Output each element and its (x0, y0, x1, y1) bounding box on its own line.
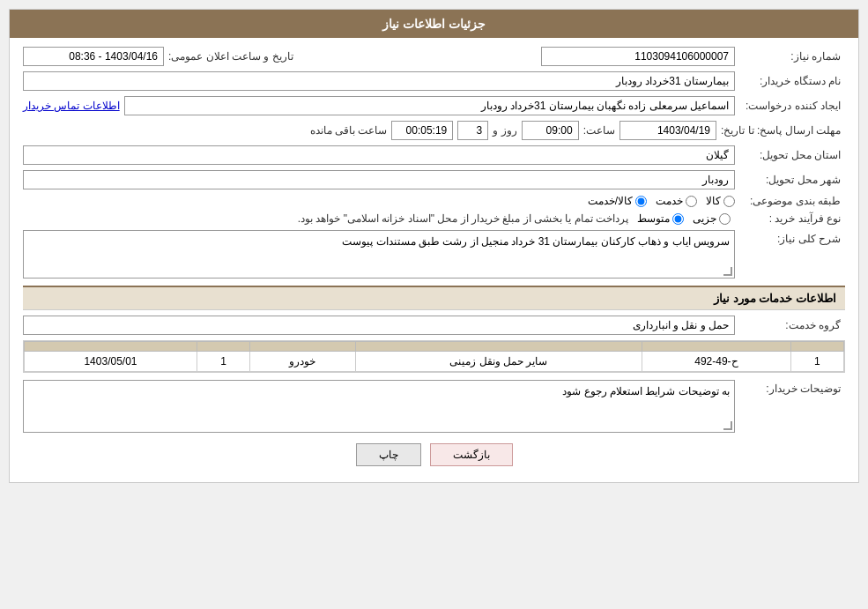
category-kala-item: کالا (706, 195, 735, 207)
purchase-type-label: نوع فرآیند خرید : (739, 212, 845, 225)
buyer-notes-label: توضیحات خریدار: (739, 382, 845, 395)
category-khedmat-label: خدمت (656, 195, 683, 207)
category-radio-group: کالا خدمت کالا/خدمت (588, 195, 735, 207)
table-cell: سایر حمل ونقل زمینی (355, 352, 642, 372)
general-desc-label: شرح کلی نیاز: (739, 233, 845, 245)
back-button[interactable]: بازگشت (430, 443, 513, 466)
action-buttons: بازگشت چاپ (23, 443, 845, 466)
announcement-label: تاریخ و ساعت اعلان عمومی: (168, 50, 298, 63)
col-header-unit (250, 342, 355, 352)
announcement-value: 1403/04/16 - 08:36 (23, 47, 164, 66)
category-label: طبقه بندی موضوعی: (739, 195, 845, 207)
table-cell: 1 (197, 352, 249, 372)
buyer-notes-value: به توضیحات شرایط استعلام رجوع شود (23, 380, 735, 433)
col-header-name (355, 342, 642, 352)
days-label: روز و (493, 124, 516, 137)
purchase-motavaset-label: متوسط (637, 212, 670, 225)
creator-label: ایجاد کننده درخواست: (739, 100, 845, 112)
buyer-station-label: نام دستگاه خریدار: (739, 75, 845, 87)
time-value: 09:00 (522, 121, 579, 140)
purchase-type-group: جزیی متوسط (637, 212, 731, 225)
purchase-jazzi-radio[interactable] (719, 213, 731, 225)
time-label: ساعت: (583, 124, 615, 137)
page-header: جزئیات اطلاعات نیاز (10, 10, 858, 38)
col-header-row (790, 342, 843, 352)
col-header-quantity (197, 342, 249, 352)
table-row: 1ح-49-492سایر حمل ونقل زمینیخودرو11403/0… (25, 352, 844, 372)
need-number-value: 1103094106000007 (541, 47, 735, 66)
remaining-value: 00:05:19 (391, 121, 453, 140)
category-kala-khedmat-label: کالا/خدمت (588, 195, 633, 207)
service-group-value: حمل و نقل و انبارداری (23, 316, 735, 335)
city-value: رودبار (23, 170, 735, 189)
date-value: 1403/04/19 (619, 121, 716, 140)
services-table: 1ح-49-492سایر حمل ونقل زمینیخودرو11403/0… (24, 341, 844, 372)
creator-value: اسماعیل سرمعلی زاده نگهبان بیمارستان 31خ… (124, 96, 735, 115)
need-number-label: شماره نیاز: (739, 50, 845, 63)
buyer-station-value: بیمارستان 31خرداد رودبار (23, 71, 735, 91)
table-cell: خودرو (250, 352, 355, 372)
services-section-header: اطلاعات خدمات مورد نیاز (23, 286, 845, 310)
purchase-jazzi-label: جزیی (693, 212, 716, 225)
purchase-jazzi-item: جزیی (693, 212, 731, 225)
contact-link[interactable]: اطلاعات تماس خریدار (23, 100, 120, 112)
category-khedmat-radio[interactable] (686, 196, 697, 207)
table-cell: ح-49-492 (642, 352, 791, 372)
col-header-date (25, 342, 197, 352)
table-cell: 1403/05/01 (25, 352, 197, 372)
col-header-code (642, 342, 791, 352)
send-deadline-label: مهلت ارسال پاسخ: تا تاریخ: (721, 124, 845, 137)
category-khedmat-item: خدمت (656, 195, 697, 207)
category-kala-khedmat-item: کالا/خدمت (588, 195, 647, 207)
services-table-wrapper: 1ح-49-492سایر حمل ونقل زمینیخودرو11403/0… (23, 340, 845, 373)
print-button[interactable]: چاپ (356, 443, 421, 466)
province-label: استان محل تحویل: (739, 149, 845, 161)
general-desc-value: سرویس ایاب و ذهاب کارکنان بیمارستان 31 خ… (23, 230, 735, 279)
table-cell: 1 (790, 352, 843, 372)
category-kala-khedmat-radio[interactable] (635, 196, 647, 207)
purchase-motavaset-radio[interactable] (672, 213, 684, 225)
category-kala-radio[interactable] (723, 196, 735, 207)
purchase-description: پرداخت تمام یا بخشی از مبلغ خریدار از مح… (298, 212, 628, 225)
city-label: شهر محل تحویل: (739, 174, 845, 186)
remaining-label: ساعت باقی مانده (310, 124, 388, 137)
service-group-label: گروه خدمت: (739, 319, 845, 331)
days-value: 3 (457, 121, 488, 140)
category-kala-label: کالا (706, 195, 721, 207)
province-value: گیلان (23, 145, 735, 165)
purchase-motavaset-item: متوسط (637, 212, 684, 225)
